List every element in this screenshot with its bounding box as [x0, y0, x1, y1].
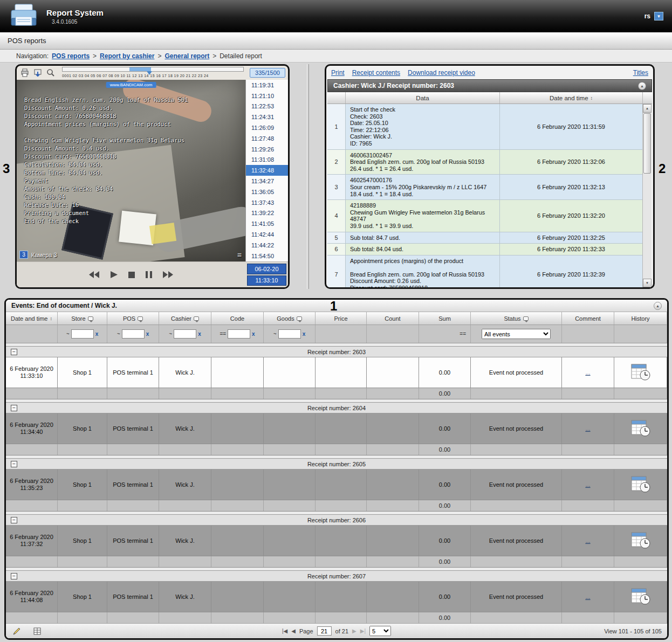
collapse-group-icon[interactable]: − — [11, 349, 17, 355]
store-filter-input[interactable] — [71, 329, 94, 339]
timestamp-item[interactable]: 11:39:22 — [246, 208, 288, 219]
page-number-input[interactable] — [317, 626, 332, 636]
comment-link[interactable]: ... — [585, 369, 590, 376]
column-comment[interactable]: Comment — [562, 312, 614, 325]
previous-page-icon[interactable]: ◀ — [291, 628, 296, 634]
column-data[interactable]: Data — [346, 92, 500, 103]
column-price[interactable]: Price — [316, 312, 367, 325]
timestamp-item[interactable]: 11:41:05 — [246, 218, 288, 229]
first-page-icon[interactable]: |◀ — [282, 628, 287, 634]
receipt-scrollbar[interactable]: ▲ ▼ — [642, 104, 652, 287]
collapse-group-icon[interactable]: − — [11, 461, 17, 467]
filter-icon[interactable] — [138, 316, 143, 321]
goods-filter-input[interactable] — [278, 329, 301, 339]
timestamp-item[interactable]: 11:44:22 — [246, 240, 288, 251]
column-code[interactable]: Code — [211, 312, 264, 325]
grid-view-icon[interactable] — [32, 626, 43, 637]
column-history[interactable]: History — [614, 312, 667, 325]
column-date-and-time[interactable]: Date and time ↕ — [500, 92, 642, 103]
filter-icon[interactable] — [523, 316, 529, 321]
column-cashier[interactable]: Cashier — [159, 312, 211, 325]
timestamp-item[interactable]: 11:19:31 — [246, 80, 288, 91]
breadcrumb-general-report[interactable]: General report — [164, 52, 209, 60]
clear-filter-button[interactable]: x — [95, 331, 99, 337]
clear-filter-button[interactable]: x — [303, 331, 306, 337]
timestamp-item[interactable]: 11:31:08 — [246, 155, 288, 165]
scrollbar-thumb[interactable] — [643, 113, 651, 174]
pos-filter-input[interactable] — [122, 329, 145, 339]
video-timeline[interactable]: 0001 02 03 04 05 06 07 08 09 10 11 12 13… — [62, 67, 244, 79]
history-icon[interactable] — [631, 588, 650, 605]
panel-splitter[interactable] — [307, 64, 309, 289]
cashier-filter-input[interactable] — [174, 329, 196, 339]
video-frame[interactable]: www.BANDICAM.com Bread English zern. cum… — [17, 80, 245, 261]
receipt-contents-link[interactable]: Receipt contents — [352, 69, 400, 77]
timeline-marker-icon[interactable] — [147, 71, 152, 75]
print-icon[interactable] — [19, 67, 30, 78]
comment-link[interactable]: ... — [585, 593, 590, 600]
scroll-up-icon[interactable]: ▲ — [643, 104, 652, 113]
clear-filter-button[interactable]: x — [198, 331, 201, 337]
history-icon[interactable] — [631, 476, 650, 493]
collapse-events-icon[interactable]: ▲ — [654, 302, 662, 310]
user-menu-button[interactable]: ▼ — [654, 12, 663, 20]
scroll-down-icon[interactable]: ▼ — [643, 279, 652, 287]
code-filter-input[interactable] — [228, 329, 250, 339]
filter-icon[interactable] — [88, 316, 93, 321]
column-sum[interactable]: Sum — [419, 312, 471, 325]
clear-filter-button[interactable]: x — [252, 331, 255, 337]
edit-icon[interactable] — [11, 626, 22, 637]
timestamp-item[interactable]: 11:27:48 — [246, 133, 288, 144]
tab-pos-reports[interactable]: POS reports — [8, 37, 46, 45]
column-date-and-time[interactable]: Date and time↕ — [6, 312, 58, 325]
collapse-group-icon[interactable]: − — [11, 405, 17, 411]
collapse-receipt-icon[interactable]: ▲ — [638, 82, 646, 90]
collapse-group-icon[interactable]: − — [11, 517, 17, 523]
filter-icon[interactable] — [194, 316, 199, 321]
fast-forward-icon[interactable] — [163, 271, 174, 278]
event-row[interactable]: 6 February 2020 11:34:40 Shop 1 POS term… — [6, 413, 667, 444]
timestamp-item[interactable]: 11:21:10 — [246, 91, 288, 101]
video-menu-icon[interactable]: ≡ — [237, 251, 242, 259]
event-row[interactable]: 6 February 2020 11:44:08 Shop 1 POS term… — [6, 582, 667, 612]
titles-link[interactable]: Titles — [633, 69, 648, 77]
breadcrumb-report-by-cashier[interactable]: Report by cashier — [100, 52, 154, 60]
event-row[interactable]: 6 February 2020 11:35:23 Shop 1 POS term… — [6, 470, 667, 500]
page-size-select[interactable]: 5 — [369, 626, 391, 636]
pause-icon[interactable] — [146, 271, 152, 278]
timestamp-item[interactable]: 11:22:53 — [246, 101, 288, 112]
history-icon[interactable] — [631, 364, 650, 381]
next-page-icon[interactable]: ▶ — [352, 628, 356, 634]
export-icon[interactable] — [32, 67, 43, 78]
timeline-slider[interactable] — [62, 67, 244, 72]
timestamp-item-selected[interactable]: 11:32:48 — [246, 165, 288, 176]
comment-link[interactable]: ... — [585, 481, 590, 488]
last-page-icon[interactable]: ▶| — [360, 628, 366, 634]
timestamp-item[interactable]: 11:54:50 — [246, 251, 288, 261]
zoom-icon[interactable] — [45, 67, 56, 78]
rewind-icon[interactable] — [89, 271, 100, 278]
timestamp-item[interactable]: 11:42:44 — [246, 229, 288, 240]
event-row[interactable]: 6 February 2020 11:37:32 Shop 1 POS term… — [6, 526, 667, 556]
history-icon[interactable] — [631, 420, 650, 437]
play-icon[interactable] — [111, 271, 118, 278]
column-status[interactable]: Status — [471, 312, 562, 325]
column-goods[interactable]: Goods — [264, 312, 316, 325]
history-icon[interactable] — [631, 532, 650, 549]
breadcrumb-pos-reports[interactable]: POS reports — [52, 52, 90, 60]
timestamp-item[interactable]: 11:24:31 — [246, 112, 288, 122]
timestamp-item[interactable]: 11:26:09 — [246, 122, 288, 133]
stop-icon[interactable] — [128, 272, 135, 278]
clear-filter-button[interactable]: x — [146, 331, 149, 337]
timestamp-item[interactable]: 11:34:27 — [246, 176, 288, 187]
column-pos[interactable]: POS — [107, 312, 159, 325]
timestamp-item[interactable]: 11:36:05 — [246, 187, 288, 197]
status-filter-select[interactable]: All events — [482, 329, 551, 339]
comment-link[interactable]: ... — [585, 425, 590, 432]
collapse-group-icon[interactable]: − — [11, 573, 17, 579]
comment-link[interactable]: ... — [585, 537, 590, 544]
column-store[interactable]: Store — [58, 312, 107, 325]
event-row[interactable]: 6 February 2020 11:33:10 Shop 1 POS term… — [6, 357, 667, 388]
print-link[interactable]: Print — [331, 69, 345, 77]
timestamp-item[interactable]: 11:29:26 — [246, 144, 288, 155]
